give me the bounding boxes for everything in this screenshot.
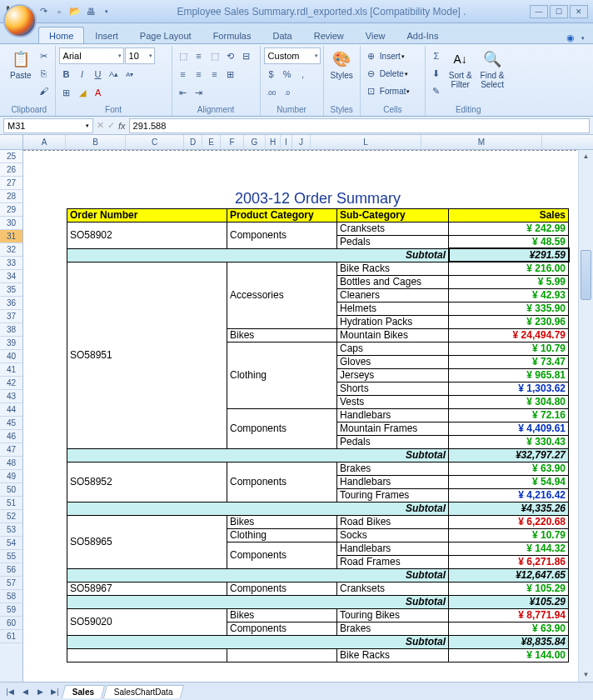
sales-cell[interactable]: ¥ 242.99: [449, 222, 569, 235]
category-cell[interactable]: Components: [227, 542, 337, 568]
subcategory-cell[interactable]: Hydration Packs: [337, 315, 449, 328]
row-header[interactable]: 47: [0, 443, 22, 457]
comma-button[interactable]: ,: [296, 66, 311, 82]
sales-cell[interactable]: ¥ 63.90: [449, 622, 569, 635]
align-left-button[interactable]: ≡: [176, 66, 191, 82]
subcategory-cell[interactable]: Handlebars: [337, 408, 449, 422]
close-button[interactable]: ✕: [570, 5, 588, 18]
decrease-indent-button[interactable]: ⇤: [176, 84, 191, 101]
subcategory-cell[interactable]: Road Frames: [337, 555, 449, 568]
scroll-up-icon[interactable]: ▲: [579, 150, 593, 163]
row-header[interactable]: 40: [0, 350, 22, 363]
subcategory-cell[interactable]: Touring Bikes: [337, 608, 449, 622]
row-header[interactable]: 59: [0, 603, 22, 617]
align-middle-button[interactable]: ≡: [192, 48, 207, 64]
print-icon[interactable]: 🖶: [84, 5, 97, 18]
tab-add-ins[interactable]: Add-Ins: [396, 27, 449, 43]
subcategory-cell[interactable]: Shorts: [337, 382, 449, 395]
order-cell[interactable]: SO59020: [67, 608, 227, 635]
order-cell[interactable]: SO58952: [67, 462, 227, 502]
qat-more-icon[interactable]: ▾: [100, 5, 113, 18]
column-header-D[interactable]: D: [184, 135, 202, 149]
row-header[interactable]: 30: [0, 217, 22, 230]
sales-cell[interactable]: ¥ 144.00: [449, 648, 569, 662]
category-cell[interactable]: Clothing: [227, 342, 337, 408]
row-header[interactable]: 55: [0, 550, 22, 563]
category-cell[interactable]: Components: [227, 222, 337, 248]
tab-home[interactable]: Home: [38, 27, 84, 43]
row-header[interactable]: 25: [0, 150, 22, 163]
row-header[interactable]: 36: [0, 297, 22, 310]
sales-cell[interactable]: ¥ 48.59: [449, 235, 569, 248]
clear-button[interactable]: ✎: [429, 82, 444, 99]
select-all-button[interactable]: [0, 135, 23, 149]
subcategory-cell[interactable]: Handlebars: [337, 542, 449, 555]
wrap-text-button[interactable]: ⊟: [239, 48, 254, 64]
category-cell[interactable]: [227, 648, 337, 662]
subcategory-cell[interactable]: Socks: [337, 528, 449, 542]
sales-cell[interactable]: ¥ 54.94: [449, 475, 569, 488]
subcategory-cell[interactable]: Mountain Bikes: [337, 328, 449, 342]
vertical-scrollbar[interactable]: ▲ ▼: [578, 150, 593, 682]
delete-cells-button[interactable]: ⊖: [364, 66, 379, 82]
sales-cell[interactable]: ¥ 105.29: [449, 582, 569, 595]
subcategory-cell[interactable]: Brakes: [337, 462, 449, 475]
sales-cell[interactable]: ¥ 4,409.61: [449, 422, 569, 435]
row-header[interactable]: 33: [0, 257, 22, 270]
sales-cell[interactable]: ¥ 304.80: [449, 395, 569, 408]
subcategory-cell[interactable]: Handlebars: [337, 475, 449, 488]
subcategory-cell[interactable]: Cleaners: [337, 288, 449, 302]
category-cell[interactable]: Clothing: [227, 528, 337, 542]
row-header[interactable]: 28: [0, 190, 22, 203]
subcategory-cell[interactable]: Pedals: [337, 435, 449, 448]
row-header[interactable]: 44: [0, 403, 22, 417]
number-format-combo[interactable]: Custom▾: [264, 48, 321, 64]
row-header[interactable]: 61: [0, 630, 22, 643]
subtotal-cell[interactable]: ¥4,335.26: [449, 502, 569, 515]
cells-area[interactable]: 2003-12 Order SummaryOrder NumberProduct…: [23, 150, 593, 682]
orientation-button[interactable]: ⟲: [223, 48, 238, 64]
fill-button[interactable]: ⬇: [429, 65, 444, 82]
order-cell[interactable]: SO58951: [67, 262, 227, 448]
sales-cell[interactable]: ¥ 24,494.79: [449, 328, 569, 342]
sales-cell[interactable]: ¥ 72.16: [449, 408, 569, 422]
align-right-button[interactable]: ≡: [207, 66, 222, 82]
category-cell[interactable]: Components: [227, 408, 337, 448]
column-header-I[interactable]: I: [281, 135, 292, 149]
first-sheet-button[interactable]: |◀: [3, 685, 17, 698]
grow-font-button[interactable]: A▴: [107, 66, 122, 82]
subcategory-cell[interactable]: Road Bikes: [337, 515, 449, 528]
row-header[interactable]: 53: [0, 523, 22, 537]
sales-cell[interactable]: ¥ 965.81: [449, 368, 569, 382]
increase-indent-button[interactable]: ⇥: [192, 84, 207, 101]
column-header-A[interactable]: A: [23, 135, 66, 149]
sales-cell[interactable]: ¥ 1,303.62: [449, 382, 569, 395]
paste-button[interactable]: 📋 Paste: [7, 48, 35, 82]
category-cell[interactable]: Bikes: [227, 515, 337, 528]
order-cell[interactable]: SO58965: [67, 515, 227, 568]
redo-icon[interactable]: ↷: [37, 5, 50, 18]
subcategory-cell[interactable]: Vests: [337, 395, 449, 408]
row-header[interactable]: 56: [0, 563, 22, 577]
styles-button[interactable]: 🎨 Styles: [327, 48, 356, 82]
border-button[interactable]: ⊞: [59, 84, 74, 101]
italic-button[interactable]: I: [75, 66, 90, 82]
sales-cell[interactable]: ¥ 6,220.68: [449, 515, 569, 528]
bold-button[interactable]: B: [59, 66, 74, 82]
row-header[interactable]: 57: [0, 577, 22, 590]
find-select-button[interactable]: 🔍 Find & Select: [477, 48, 508, 91]
subtotal-cell[interactable]: ¥8,835.84: [449, 635, 569, 648]
name-box[interactable]: M31▾: [3, 118, 93, 133]
subtotal-cell[interactable]: ¥32,797.27: [449, 448, 569, 462]
prev-sheet-button[interactable]: ◀: [18, 685, 32, 698]
row-header[interactable]: 35: [0, 283, 22, 297]
sales-cell[interactable]: ¥ 63.90: [449, 462, 569, 475]
align-bottom-button[interactable]: ⬚: [207, 48, 222, 64]
row-header[interactable]: 34: [0, 270, 22, 283]
subcategory-cell[interactable]: Bike Racks: [337, 262, 449, 275]
sheet-tab-sales[interactable]: Sales: [62, 685, 105, 698]
subtotal-cell[interactable]: ¥291.59: [449, 248, 569, 262]
formula-input[interactable]: 291.588: [129, 118, 590, 133]
open-icon[interactable]: 📂: [68, 5, 82, 18]
align-center-button[interactable]: ≡: [192, 66, 207, 82]
